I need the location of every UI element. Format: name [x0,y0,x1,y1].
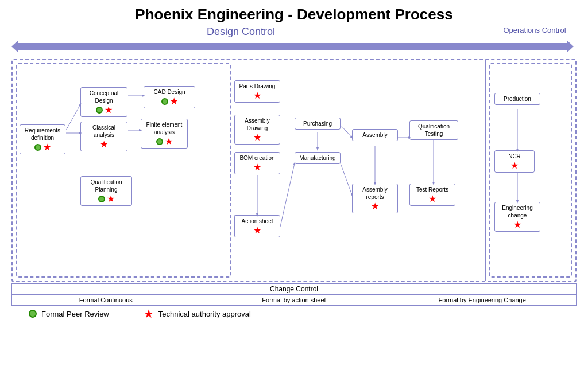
page-title: Phoenix Engineering - Development Proces… [11,6,577,24]
ncr-node: NCR ★ [494,150,535,173]
page: Phoenix Engineering - Development Proces… [0,0,588,390]
star-icon-14: ★ [513,220,521,229]
legend-star-icon: ★ [144,308,154,319]
star-icon-12: ★ [428,194,436,204]
legend-dot-label: Formal Peer Review [41,310,109,318]
legend-dot-icon [29,310,37,318]
test-reports-node: Test Reports ★ [409,184,455,206]
finite-element-node: Finite element analysis ★ [141,119,188,149]
change-control-section: Change Control Formal Continuous Formal … [11,283,577,306]
svg-line-1 [66,104,80,130]
operations-box: Production NCR ★ Engineering change ★ [489,63,572,278]
legend-star: ★ Technical authority approval [144,308,251,319]
dot-icon [34,144,41,151]
dot-icon-5 [161,98,168,105]
cc-cell-1: Formal Continuous [12,295,200,305]
star-icon: ★ [43,143,51,152]
legend: Formal Peer Review ★ Technical authority… [11,308,577,319]
dot-icon-2 [96,107,103,114]
star-icon-2: ★ [105,106,113,115]
assembly-node: Assembly [352,129,398,141]
purchasing-node: Purchasing [295,118,341,130]
svg-line-7 [341,125,352,138]
manufacturing-node: Manufacturing [295,152,341,164]
star-icon-3: ★ [100,140,108,149]
legend-dot: Formal Peer Review [29,310,109,318]
star-icon-9: ★ [253,163,261,172]
svg-line-14 [280,163,295,227]
star-icon-4: ★ [165,137,173,146]
star-icon-7: ★ [253,91,261,100]
cc-cell-2: Formal by action sheet [200,295,389,305]
assembly-reports-node: Assembly reports ★ [352,184,398,213]
star-icon-10: ★ [253,226,261,235]
cad-design-node: CAD Design ★ [144,86,195,108]
star-icon-6: ★ [170,97,178,106]
action-sheet-node: Action sheet ★ [234,215,280,237]
change-control-header: Change Control [12,284,576,295]
star-icon-11: ★ [371,202,379,211]
star-icon-13: ★ [510,161,519,170]
qualification-testing-node: Qualification Testing [409,120,458,140]
svg-line-8 [341,163,352,195]
conceptual-design-node: Conceptual Design ★ [80,87,127,117]
cc-cell-3: Formal by Engineering Change [388,295,576,305]
qualification-planning-node: Qualification Planning ★ [80,176,132,206]
design-left-box: Requirements definition ★ Conceptual Des… [16,63,231,278]
star-icon-8: ★ [253,133,261,142]
bom-creation-node: BOM creation ★ [234,152,280,174]
design-control-label: Design Control [207,26,275,38]
dot-icon-3 [156,138,163,145]
assembly-drawing-node: Assembly Drawing ★ [234,115,280,145]
ops-control-label: Operations Control [503,26,566,34]
parts-drawing-node: Parts Drawing ★ [234,80,280,103]
production-node: Production [494,93,540,105]
classical-analysis-node: Classical analysis ★ [80,122,127,151]
change-control-row: Formal Continuous Formal by action sheet… [12,295,576,305]
requirements-definition-node: Requirements definition ★ [20,124,65,154]
mid-area: Parts Drawing ★ Assembly Drawing ★ BOM c… [234,63,486,278]
legend-star-label: Technical authority approval [158,310,251,318]
vertical-divider [485,60,486,281]
dot-icon-4 [98,196,105,202]
engineering-change-node: Engineering change ★ [494,202,540,232]
star-icon-5: ★ [107,194,115,204]
